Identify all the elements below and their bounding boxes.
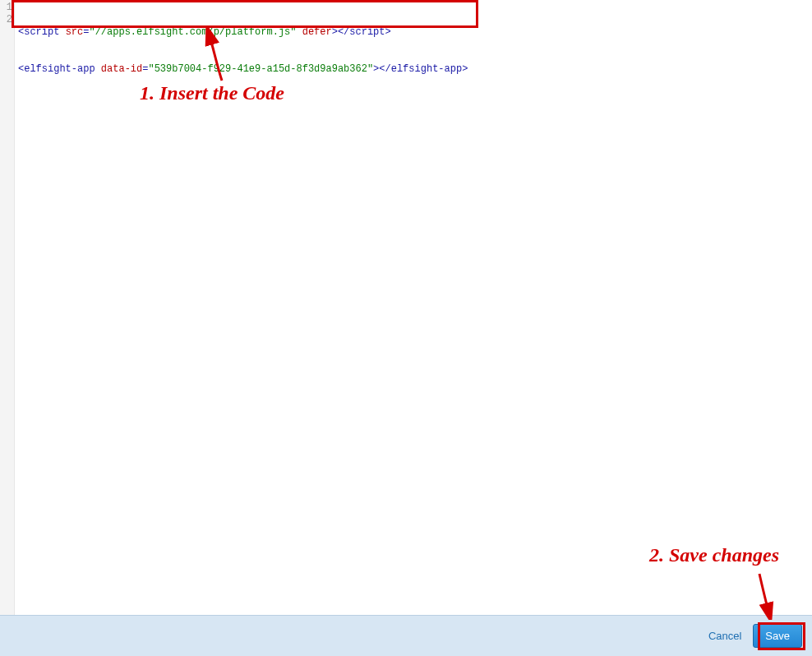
code-token: ></ (332, 26, 350, 38)
cancel-button[interactable]: Cancel (708, 630, 741, 642)
code-token (296, 26, 302, 38)
line-number: 1 (0, 2, 12, 14)
code-content[interactable]: <script src="//apps.elfsight.com/p/platf… (15, 0, 812, 615)
code-token: "//apps.elfsight.com/p/platform.js" (89, 26, 296, 38)
code-editor[interactable]: 1 2 <script src="//apps.elfsight.com/p/p… (0, 0, 812, 615)
editor-dialog: 1 2 <script src="//apps.elfsight.com/p/p… (0, 0, 812, 656)
code-token: elfsight-app (391, 63, 462, 75)
code-line-2: <elfsight-app data-id="539b7004-f929-41e… (18, 63, 812, 76)
code-token (95, 63, 101, 75)
code-line-1: <script src="//apps.elfsight.com/p/platf… (18, 26, 812, 39)
code-token: script (349, 26, 385, 38)
code-token: elfsight-app (24, 63, 95, 75)
code-token (59, 26, 65, 38)
code-token: > (385, 26, 391, 38)
code-token: data-id (101, 63, 142, 75)
dialog-footer: Cancel Save (0, 615, 812, 656)
code-token: "539b7004-f929-41e9-a15d-8f3d9a9ab362" (148, 63, 373, 75)
code-token: src (66, 26, 84, 38)
save-button[interactable]: Save (753, 624, 802, 648)
line-number: 2 (0, 14, 12, 26)
line-gutter: 1 2 (0, 0, 15, 615)
code-token: defer (302, 26, 332, 38)
code-token: ></ (373, 63, 391, 75)
code-token: script (24, 26, 59, 38)
code-token: > (462, 63, 468, 75)
